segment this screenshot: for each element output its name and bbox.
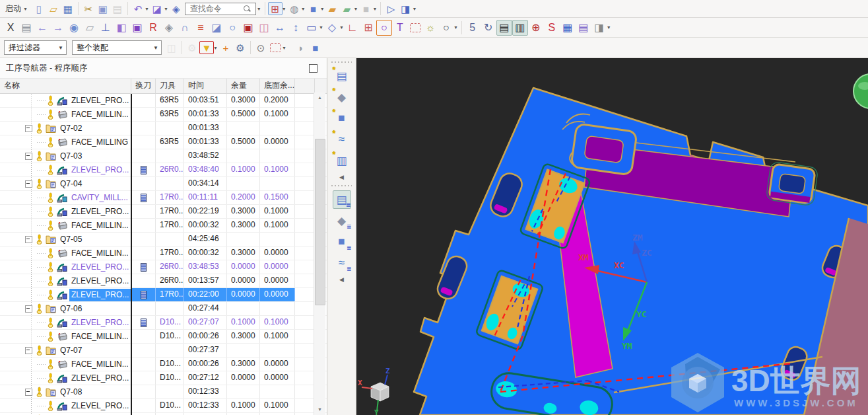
cell-name[interactable]: Q7-08 xyxy=(0,385,131,398)
tree-expander[interactable] xyxy=(25,236,32,243)
point-grid-icon[interactable]: ⊞ xyxy=(360,20,376,36)
row-label[interactable]: ZLEVEL_PRO... xyxy=(69,372,131,385)
tree-expander[interactable] xyxy=(25,125,32,132)
open-folder-icon[interactable]: ▱ xyxy=(46,2,61,15)
part-display-icon[interactable]: ◨ xyxy=(591,20,607,36)
collapse-group-icon[interactable]: ◀ xyxy=(337,172,347,182)
no-shade-icon[interactable]: ■ xyxy=(359,2,374,15)
row-label[interactable]: Q7-08 xyxy=(58,386,84,398)
part-display-dropdown-icon[interactable]: ▼ xyxy=(607,25,611,30)
tree-row-program-group[interactable]: Q7-0400:34:14 xyxy=(0,177,327,191)
column-header-name[interactable]: 名称 xyxy=(0,79,131,93)
no-shade-dropdown-icon[interactable]: ▼ xyxy=(373,7,378,11)
tree-row-operation[interactable]: FACE_MILLING63R500:01:330.50000.0000 xyxy=(0,135,327,149)
cell-name[interactable]: Q7-07 xyxy=(0,344,131,357)
machining-method-view-icon[interactable]: ≈≣ xyxy=(333,254,351,272)
search-dropdown-icon[interactable]: ▼ xyxy=(257,7,261,11)
cell-name[interactable]: Q7-02 xyxy=(0,122,131,135)
cell-name[interactable]: Q7-05 xyxy=(0,233,131,246)
rectangle-select-dropdown-icon[interactable]: ▼ xyxy=(282,46,286,50)
section-view-icon[interactable]: ◫ xyxy=(256,20,272,36)
toolbar-drag-handle[interactable] xyxy=(331,184,352,188)
row-label[interactable]: ZLEVEL_PRO... xyxy=(69,206,131,218)
touch-mode-icon[interactable]: ◈ xyxy=(169,2,184,15)
edit-object-display-icon[interactable]: ▦ xyxy=(560,20,576,36)
selection-filter-funnel-dropdown-icon[interactable]: ▼ xyxy=(213,46,218,50)
synchronous-modeling-icon[interactable]: ◨ xyxy=(398,2,413,15)
collapse-group-icon[interactable]: ◀ xyxy=(337,275,347,284)
create-program-icon[interactable]: ▤* xyxy=(333,67,351,85)
create-operation-icon[interactable]: ▥* xyxy=(333,151,351,170)
save-icon[interactable]: ▦ xyxy=(61,2,75,15)
tree-row-operation[interactable]: FACE_MILLIN...D10...00:00:260.30000.1000 xyxy=(0,330,327,344)
cell-name[interactable]: ZLEVEL_PRO... xyxy=(0,260,131,274)
command-finder-input[interactable] xyxy=(189,3,243,14)
lamp-icon[interactable]: ☼ xyxy=(422,20,438,36)
rotate-r-icon[interactable]: R xyxy=(145,20,161,36)
move-object-icon[interactable]: + xyxy=(218,41,233,54)
rectangle-select-icon[interactable] xyxy=(270,43,281,52)
cell-name[interactable]: FACE_MILLIN... xyxy=(0,246,131,260)
rectangle-tool-dropdown-icon[interactable]: ▼ xyxy=(319,25,323,30)
create-geometry-icon[interactable]: ■* xyxy=(333,109,351,128)
cell-name[interactable]: CAVITY_MILL... xyxy=(0,191,131,204)
tree-row-operation[interactable]: FACE_MILLIN...63R500:01:330.50000.1000 xyxy=(0,108,327,122)
tree-row-operation[interactable]: ZLEVEL_PRO...D10...00:12:330.10000.1000 xyxy=(0,399,327,413)
start-menu-button[interactable]: 启动 ▼ xyxy=(1,2,32,16)
row-label[interactable]: Q7-05 xyxy=(58,233,84,246)
create-method-icon[interactable]: ≈* xyxy=(333,130,351,149)
repeat-command-icon[interactable]: ◪ xyxy=(150,2,164,15)
part-info-icon[interactable]: ◪ xyxy=(209,20,224,36)
cell-name[interactable]: FACE_MILLIN... xyxy=(0,219,131,232)
rotate-view-icon[interactable]: ◉ xyxy=(66,20,82,36)
snap-point-icon[interactable]: 5 xyxy=(465,20,481,36)
new-file-icon[interactable]: ▯ xyxy=(32,2,46,15)
row-label[interactable]: Q7-06 xyxy=(58,303,84,315)
scrollbar-thumb[interactable] xyxy=(315,139,325,305)
circle-highlight-icon[interactable]: ○ xyxy=(376,20,392,36)
spec-tree-icon[interactable]: ▤ xyxy=(18,20,34,36)
csys-triad-icon[interactable]: ∟ xyxy=(345,20,360,36)
navigator-scrollbar[interactable]: ▲ ▼ xyxy=(314,93,325,415)
point-selection-icon[interactable]: ⊙ xyxy=(253,41,268,54)
tree-row-program-group[interactable]: Q7-0200:01:33 xyxy=(0,122,327,135)
tree-row-operation[interactable]: ZLEVEL_PRO...26R0...03:48:530.00000.0000 xyxy=(0,260,327,274)
row-label[interactable]: FACE_MILLIN... xyxy=(69,108,131,121)
face-edges-icon[interactable]: ▰ xyxy=(340,2,354,15)
cell-name[interactable]: ZLEVEL_PRO... xyxy=(0,288,131,301)
show-part-icon[interactable]: ■ xyxy=(308,41,323,54)
move-face-icon[interactable]: ▷ xyxy=(384,2,398,15)
row-label[interactable]: ZLEVEL_PRO... xyxy=(69,317,131,329)
cell-name[interactable]: ZLEVEL_PRO... xyxy=(0,274,131,287)
cylinder-icon[interactable]: ○ xyxy=(224,20,240,36)
cell-name[interactable]: Q7-04 xyxy=(0,177,131,190)
selection-scope-combo[interactable]: 整个装配 ▼ xyxy=(72,40,162,55)
tree-row-operation[interactable]: ZLEVEL_PRO...17R0...00:22:000.00000.0000 xyxy=(0,288,327,302)
face-analysis-icon[interactable]: ▰ xyxy=(325,2,340,15)
row-label[interactable]: ZLEVEL_PRO... xyxy=(69,261,131,274)
tree-row-operation[interactable]: CAVITY_MILL...17R0...00:11:110.20000.150… xyxy=(0,191,327,205)
row-label[interactable]: FACE_MILLIN... xyxy=(69,330,131,343)
row-label[interactable]: Q7-07 xyxy=(58,344,84,357)
tree-expander[interactable] xyxy=(25,153,32,160)
restore-window-button[interactable] xyxy=(309,64,317,73)
scroll-down-icon[interactable]: ▼ xyxy=(314,404,325,415)
toolbar-drag-handle[interactable] xyxy=(331,60,352,64)
cell-name[interactable]: ZLEVEL_PRO... xyxy=(0,371,131,385)
cell-name[interactable]: Q7-06 xyxy=(0,302,131,315)
column-header-tool[interactable]: 刀具 xyxy=(156,79,184,93)
tree-row-program-group[interactable]: Q7-0700:27:37 xyxy=(0,344,327,358)
cut-icon[interactable]: ✂ xyxy=(81,2,96,15)
cell-name[interactable]: ZLEVEL_PRO... xyxy=(0,94,131,107)
tree-row-program-group[interactable]: Q7-0504:25:46 xyxy=(0,233,327,246)
datum-icon[interactable]: ⊥ xyxy=(98,20,114,36)
cell-name[interactable]: FACE_MILLIN... xyxy=(0,330,131,343)
row-label[interactable]: ZLEVEL_PRO... xyxy=(69,94,131,107)
tree-expander[interactable] xyxy=(25,180,32,188)
layer-settings-icon[interactable]: ≡ xyxy=(193,20,209,36)
hexagon-tool-icon[interactable]: ◇ xyxy=(324,20,340,36)
program-order-view-icon[interactable]: ▤≣ xyxy=(333,190,351,209)
display-by-tree-icon[interactable]: ▤ xyxy=(576,20,591,36)
cell-name[interactable]: FACE_MILLING xyxy=(0,135,131,149)
cell-name[interactable]: ZLEVEL_PRO... xyxy=(0,205,131,218)
